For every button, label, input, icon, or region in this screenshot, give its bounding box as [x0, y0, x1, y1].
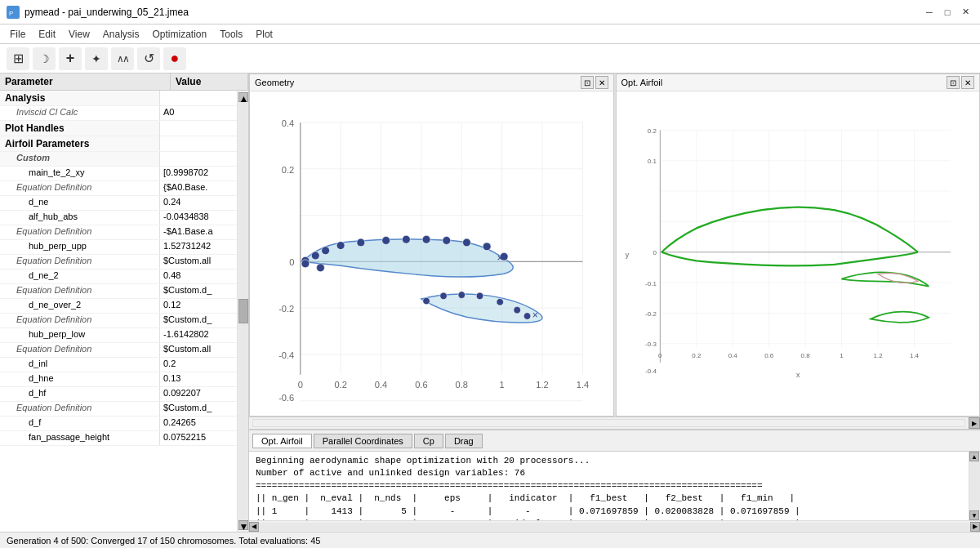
menu-plot[interactable]: Plot — [249, 27, 279, 42]
svg-text:0.2: 0.2 — [282, 165, 294, 175]
opt-airfoil-close-btn[interactable]: ✕ — [961, 76, 974, 89]
list-item[interactable]: fan_passage_height 0.0752215 — [0, 431, 237, 446]
list-item[interactable]: d_hne 0.13 — [0, 372, 237, 387]
param-eqdef-2-value: -$A1.Base.a — [159, 225, 237, 239]
list-item[interactable]: Analysis — [0, 91, 237, 106]
list-item[interactable]: main_te_2_xy [0.9998702 — [0, 167, 237, 181]
list-item[interactable]: Airfoil Parameters — [0, 136, 237, 152]
plot-scroll-bar[interactable]: ▶ — [249, 417, 980, 430]
svg-text:x: x — [796, 371, 800, 379]
tab-drag[interactable]: Drag — [445, 434, 483, 448]
tab-opt-airfoil[interactable]: Opt. Airfoil — [252, 434, 312, 448]
svg-point-39 — [382, 237, 390, 245]
geometry-plot-close-btn[interactable]: ✕ — [595, 76, 608, 89]
list-item[interactable]: d_inl 0.2 — [0, 358, 237, 372]
param-hub-perp-upp-value: 1.52731242 — [159, 240, 237, 254]
svg-text:1.4: 1.4 — [577, 380, 589, 390]
menu-tools[interactable]: Tools — [213, 27, 249, 42]
list-item[interactable]: Equation Definition -$A1.Base.a — [0, 225, 237, 240]
menu-view[interactable]: View — [62, 27, 96, 42]
param-eqdef-1: Equation Definition — [0, 181, 159, 195]
svg-text:0.4: 0.4 — [282, 118, 294, 128]
list-item[interactable]: alf_hub_abs -0.0434838 — [0, 211, 237, 225]
svg-text:-0.2: -0.2 — [645, 310, 657, 318]
list-item[interactable]: hub_perp_low -1.6142802 — [0, 328, 237, 343]
param-eqdef-7-value: $Custom.d_ — [159, 402, 237, 416]
param-scrollbar[interactable]: ▲ ▼ — [237, 91, 248, 532]
hscroll-left[interactable]: ◀ — [249, 522, 259, 532]
console-vscroll[interactable]: ▲ ▼ — [969, 452, 980, 520]
svg-text:0: 0 — [658, 352, 662, 359]
grid-button[interactable]: ⊞ — [7, 47, 29, 70]
param-scroll-area: Analysis Inviscid Cl Calc A0 Plot Handle… — [0, 91, 248, 532]
param-hub-perp-low-value: -1.6142802 — [159, 328, 237, 342]
list-item[interactable]: Equation Definition $Custom.d_ — [0, 402, 237, 417]
param-d-ne-value: 0.24 — [159, 196, 237, 210]
list-item[interactable]: Equation Definition $Custom.d_ — [0, 314, 237, 328]
list-item[interactable]: d_f 0.24265 — [0, 417, 237, 431]
moon-button[interactable]: ☽ — [33, 47, 56, 70]
opt-airfoil-copy-btn[interactable]: ⊡ — [947, 76, 960, 89]
console-line-5: || 1 | 1413 | 5 | - | - | 0.071697859 | … — [256, 506, 973, 518]
param-col-header: Parameter — [0, 74, 171, 90]
mountain-button[interactable]: ∧∧ — [111, 47, 134, 70]
section-airfoil-value — [159, 136, 237, 151]
list-item[interactable]: hub_perp_upp 1.52731242 — [0, 240, 237, 255]
svg-text:y: y — [625, 251, 629, 259]
list-item[interactable]: d_ne 0.24 — [0, 196, 237, 211]
menu-analysis[interactable]: Analysis — [96, 27, 146, 42]
star-button[interactable]: ✦ — [85, 47, 108, 70]
hscroll-right[interactable]: ▶ — [970, 522, 980, 532]
list-item[interactable]: Equation Definition $Custom.d_ — [0, 284, 237, 299]
svg-text:0.1: 0.1 — [647, 158, 657, 165]
console-output: Beginning aerodynamic shape optimization… — [249, 452, 980, 520]
svg-text:1: 1 — [500, 380, 505, 390]
record-button[interactable]: ● — [163, 47, 186, 70]
window-controls: ─ □ ✕ — [921, 4, 973, 20]
param-inviscid-cl-calc: Inviscid Cl Calc — [0, 106, 159, 120]
tab-cp[interactable]: Cp — [414, 434, 443, 448]
list-item[interactable]: d_ne_over_2 0.12 — [0, 299, 237, 314]
svg-point-50 — [440, 292, 448, 300]
add-button[interactable]: + — [59, 47, 82, 70]
menu-optimization[interactable]: Optimization — [146, 27, 214, 42]
param-list[interactable]: Analysis Inviscid Cl Calc A0 Plot Handle… — [0, 91, 237, 532]
menu-file[interactable]: File — [3, 27, 32, 42]
list-item[interactable]: d_ne_2 0.48 — [0, 270, 237, 284]
subsection-custom-value — [159, 152, 237, 166]
scroll-thumb[interactable] — [238, 299, 248, 323]
hscroll-btn-right[interactable]: ▶ — [969, 417, 980, 429]
maximize-button[interactable]: □ — [939, 4, 956, 20]
right-panel: Geometry ⊡ ✕ — [249, 74, 980, 532]
console-scroll-down[interactable]: ▼ — [969, 510, 979, 520]
list-item[interactable]: Custom — [0, 152, 237, 167]
menu-edit[interactable]: Edit — [32, 27, 62, 42]
list-item[interactable]: Equation Definition $Custom.all — [0, 255, 237, 270]
minimize-button[interactable]: ─ — [921, 4, 938, 20]
plot-tabs-bar: Opt. Airfoil Parallel Coordinates Cp Dra… — [249, 430, 980, 452]
list-item[interactable]: d_hf 0.092207 — [0, 387, 237, 402]
param-eqdef-5-value: $Custom.d_ — [159, 314, 237, 327]
svg-text:-0.4: -0.4 — [278, 350, 294, 360]
console-hscroll[interactable]: ◀ ▶ — [249, 520, 980, 532]
svg-point-36 — [322, 247, 330, 255]
list-item[interactable]: Inviscid Cl Calc A0 — [0, 106, 237, 121]
tab-parallel-coordinates[interactable]: Parallel Coordinates — [314, 434, 412, 448]
console-scroll-up[interactable]: ▲ — [969, 452, 979, 461]
list-item[interactable]: Equation Definition {$A0.Base. — [0, 181, 237, 196]
svg-point-38 — [357, 238, 365, 247]
undo-button[interactable]: ↺ — [137, 47, 160, 70]
geometry-plot-copy-btn[interactable]: ⊡ — [581, 76, 594, 89]
list-item[interactable]: Plot Handles — [0, 121, 237, 136]
console-line-2: Number of active and unlinked design var… — [256, 467, 973, 479]
scroll-up-btn[interactable]: ▲ — [238, 92, 248, 102]
close-button[interactable]: ✕ — [957, 4, 973, 20]
list-item[interactable]: Equation Definition $Custom.all — [0, 343, 237, 358]
title-bar: P pymead - pai_underwing_05_21.jmea ─ □ … — [0, 0, 980, 25]
param-fan-passage-height-value: 0.0752215 — [159, 431, 237, 445]
scroll-down-btn[interactable]: ▼ — [238, 520, 248, 530]
param-d-ne: d_ne — [0, 196, 159, 210]
param-d-ne-over-2-value: 0.12 — [159, 299, 237, 313]
mountain-icon: ∧∧ — [117, 53, 128, 65]
param-eqdef-4-value: $Custom.d_ — [159, 284, 237, 298]
